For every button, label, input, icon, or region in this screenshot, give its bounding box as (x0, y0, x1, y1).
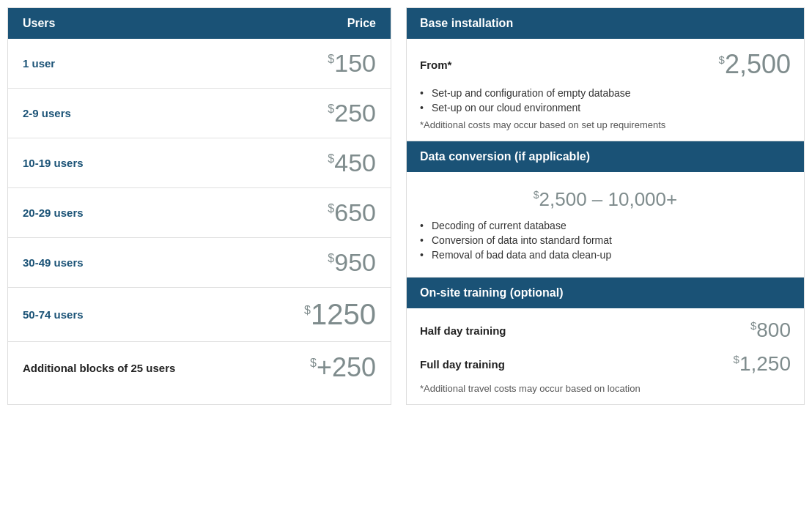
table-row: 10-19 users $450 (8, 138, 391, 188)
price-cell: $250 (254, 89, 391, 138)
users-cell: 50-74 users (8, 288, 254, 342)
additional-users-row: Additional blocks of 25 users $+250 (8, 342, 391, 394)
data-conversion-body: $2,500 – 10,000+ Decoding of current dat… (407, 172, 804, 278)
users-cell: 10-19 users (8, 138, 254, 188)
pricing-layout: Users Price 1 user $150 2-9 users $250 1… (7, 7, 805, 405)
price-cell: $950 (254, 238, 391, 288)
data-conversion-header: Data conversion (if applicable) (407, 141, 804, 172)
users-pricing-table: Users Price 1 user $150 2-9 users $250 1… (8, 8, 391, 393)
full-day-label: Full day training (420, 358, 505, 371)
table-row: 50-74 users $1250 (8, 288, 391, 342)
users-cell: 30-49 users (8, 238, 254, 288)
users-cell: 2-9 users (8, 89, 254, 138)
table-row: 1 user $150 (8, 39, 391, 89)
half-day-price: $800 (750, 319, 791, 342)
additional-users-price: $+250 (254, 342, 391, 394)
price-cell: $150 (254, 39, 391, 89)
onsite-training-body: Half day training $800 Full day training… (407, 308, 804, 404)
users-column-header: Users (8, 8, 254, 39)
half-day-label: Half day training (420, 324, 506, 337)
table-row: 30-49 users $950 (8, 238, 391, 288)
base-note: *Additional costs may occur based on set… (420, 119, 791, 130)
users-cell: 20-29 users (8, 188, 254, 238)
base-bullet-2: Set-up on our cloud environment (420, 102, 791, 114)
price-cell: $1250 (254, 288, 391, 342)
price-column-header: Price (254, 8, 391, 39)
services-pricing-panel: Base installation From* $2,500 Set-up an… (406, 7, 805, 405)
price-cell: $450 (254, 138, 391, 188)
users-pricing-panel: Users Price 1 user $150 2-9 users $250 1… (7, 7, 391, 405)
base-bullet-1: Set-up and configuration of empty databa… (420, 87, 791, 99)
price-cell: $650 (254, 188, 391, 238)
half-day-row: Half day training $800 (420, 319, 791, 342)
users-cell: 1 user (8, 39, 254, 89)
data-conversion-bullet-1: Decoding of current database (420, 220, 791, 231)
full-day-price: $1,250 (734, 352, 791, 376)
data-conversion-dollar: $ (534, 189, 539, 201)
base-installation-body: From* $2,500 Set-up and configuration of… (407, 39, 804, 141)
data-conversion-bullet-3: Removal of bad data and data clean-up (420, 249, 791, 261)
base-installation-row: From* $2,500 (420, 49, 791, 80)
base-from-price: $2,500 (719, 49, 791, 80)
table-header-row: Users Price (8, 8, 391, 39)
base-dollar-sign: $ (719, 53, 725, 66)
data-conversion-bullet-list: Decoding of current database Conversion … (420, 220, 791, 261)
base-bullet-list: Set-up and configuration of empty databa… (420, 87, 791, 114)
training-note: *Additional travel costs may occur based… (420, 383, 791, 394)
table-row: 2-9 users $250 (8, 89, 391, 138)
onsite-training-header: On-site training (optional) (407, 278, 804, 308)
additional-users-label: Additional blocks of 25 users (8, 342, 254, 394)
data-conversion-range: $2,500 – 10,000+ (420, 188, 791, 211)
data-conversion-bullet-2: Conversion of data into standard format (420, 234, 791, 246)
full-day-row: Full day training $1,250 (420, 352, 791, 376)
base-from-label: From* (420, 59, 451, 71)
base-installation-header: Base installation (407, 8, 804, 39)
table-row: 20-29 users $650 (8, 188, 391, 238)
